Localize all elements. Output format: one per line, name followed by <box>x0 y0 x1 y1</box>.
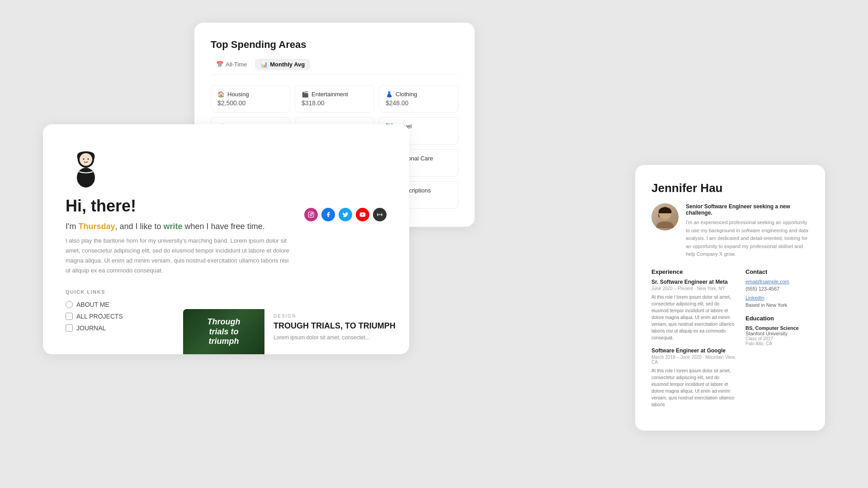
resume-header: Senior Software Engineer seeking a new c… <box>651 203 809 258</box>
spending-item-entertainment: 🎬 Entertainment $318.00 <box>295 85 374 113</box>
intro-line: I'm Thursday, and I like to write when I… <box>66 222 387 231</box>
instagram-icon[interactable] <box>304 208 318 221</box>
resume-name: Jennifer Hau <box>651 181 809 195</box>
resume-tagline: Senior Software Engineer seeking a new c… <box>686 203 809 216</box>
resume-card: Jennifer Hau Senior Software Engineer se… <box>635 165 825 431</box>
quick-link-about[interactable]: ABOUT ME <box>66 301 387 308</box>
highlight-name: Thursday <box>78 222 115 231</box>
resume-intro: Senior Software Engineer seeking a new c… <box>686 203 809 258</box>
blog-image-text: Throughtrials totriumph <box>208 317 241 347</box>
contact-location: Based in New York <box>745 302 809 308</box>
spending-item-clothing: 👗 Clothing $248.00 <box>379 85 458 113</box>
edu-class: Class of 2017 <box>745 336 809 341</box>
svg-point-3 <box>83 159 85 160</box>
blog-preview: Throughtrials totriumph DESIGN TROUGH TR… <box>183 309 409 354</box>
avatar-illustration <box>66 147 106 188</box>
blog-image: Throughtrials totriumph <box>183 309 264 354</box>
spending-item-housing: 🏠 Housing $2,500.00 <box>211 85 290 113</box>
job-meta-1: June 2020 – Present · New York, NY <box>651 286 736 291</box>
entertainment-icon: 🎬 <box>302 91 309 98</box>
resume-avatar <box>651 203 679 230</box>
resume-experience: Experience Sr. Software Engineer at Meta… <box>651 268 736 414</box>
projects-icon <box>66 313 73 320</box>
chart-icon: 📊 <box>260 61 268 68</box>
home-icon: 🏠 <box>217 91 225 98</box>
svg-point-4 <box>88 159 89 160</box>
blog-tag: DESIGN <box>274 314 400 319</box>
profile-card: Hi, there! I'm Thursday, and I like to w… <box>43 124 409 354</box>
job-title-1: Sr. Software Engineer at Meta <box>651 279 736 285</box>
contact-phone: (555) 123-4567 <box>745 286 809 291</box>
youtube-icon[interactable] <box>356 208 369 221</box>
education-title: Education <box>745 315 809 322</box>
job-desc-2: At this role I lorem ipsum dolor sit ame… <box>651 367 736 408</box>
twitter-icon[interactable] <box>339 208 352 221</box>
svg-point-7 <box>312 213 313 213</box>
job-desc-1: At this role I lorem ipsum dolor sit ame… <box>651 294 736 341</box>
svg-point-2 <box>80 153 92 166</box>
tab-all-time[interactable]: 📅 All-Time <box>211 59 252 70</box>
highlight-action: write <box>164 222 183 231</box>
job-title-2: Software Engineer at Google <box>651 347 736 354</box>
about-icon <box>66 301 73 308</box>
resume-contact-edu: Contact email@sample.com (555) 123-4567 … <box>745 268 809 414</box>
journal-icon <box>66 324 73 332</box>
experience-title: Experience <box>651 268 736 275</box>
quick-links-title: QUICK LINKS <box>66 289 387 295</box>
contact-linkedin[interactable]: LinkedIn <box>745 295 809 300</box>
resume-columns: Experience Sr. Software Engineer at Meta… <box>651 268 809 414</box>
clothing-icon: 👗 <box>386 91 393 98</box>
tab-monthly-avg[interactable]: 📊 Monthly Avg <box>255 59 310 70</box>
social-icons <box>304 208 387 221</box>
edu-location: Palo Alto, CA <box>745 341 809 346</box>
calendar-icon: 📅 <box>216 61 223 68</box>
svg-rect-5 <box>308 212 314 217</box>
bio-text: I also play the baritone horn for my uni… <box>66 236 292 276</box>
edu-degree: BS, Computer Science <box>745 325 809 331</box>
edu-school: Stanford University <box>745 331 809 336</box>
blog-excerpt: Lorem ipsum dolor sit amet, consectet... <box>274 334 400 341</box>
blog-content: DESIGN TROUGH TRIALS, TO TRIUMPH Lorem i… <box>264 309 409 345</box>
podcast-icon[interactable] <box>373 208 387 221</box>
spending-tabs: 📅 All-Time 📊 Monthly Avg <box>211 59 458 75</box>
job-meta-2: March 2018 – June 2020 · Mountain View, … <box>651 355 736 365</box>
spending-title: Top Spending Areas <box>211 39 458 51</box>
svg-point-9 <box>379 214 380 215</box>
avatar-image <box>651 203 679 230</box>
svg-point-1 <box>77 168 95 188</box>
svg-point-6 <box>310 214 312 216</box>
blog-title: TROUGH TRIALS, TO TRIUMPH <box>274 321 400 331</box>
contact-email[interactable]: email@sample.com <box>745 279 809 284</box>
contact-title: Contact <box>745 268 809 275</box>
facebook-icon[interactable] <box>321 208 335 221</box>
resume-bio: I'm an experienced professional seeking … <box>686 219 809 258</box>
